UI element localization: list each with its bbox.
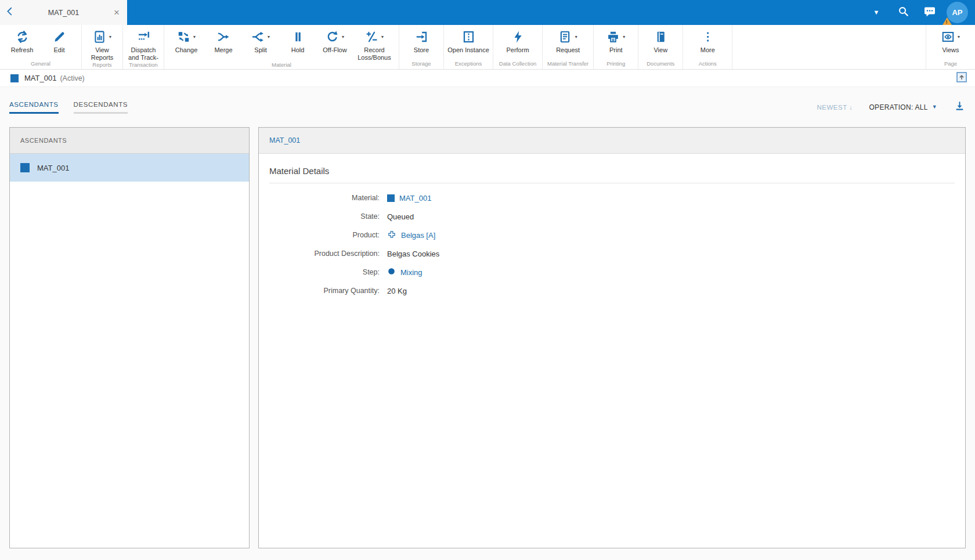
product-description-value: Belgas Cookies (387, 250, 439, 258)
document-tab[interactable]: MAT_001 × (0, 0, 127, 25)
tab-close-icon[interactable]: × (106, 7, 127, 19)
group-label: Material (164, 62, 399, 70)
edit-button[interactable]: Edit (41, 29, 78, 60)
chat-button[interactable] (916, 0, 943, 25)
group-label: Reports (82, 62, 122, 70)
book-icon (653, 30, 668, 44)
material-square-icon (20, 163, 30, 172)
chevron-down-icon: ▼ (932, 104, 937, 110)
view-documents-button[interactable]: View (642, 29, 679, 60)
split-icon (251, 30, 265, 44)
refresh-icon (15, 30, 30, 44)
list-controls: NEWEST ↓ OPERATION: ALL ▼ (817, 100, 966, 114)
toolbar-group-material: ▼ Change Merge ▼ Split Hold (164, 25, 399, 69)
ribbon-toolbar: Refresh Edit General ▼ View Reports Repo… (0, 25, 975, 70)
chevron-down-icon: ▼ (957, 35, 961, 39)
popout-icon (956, 72, 967, 85)
toolbar-group-general: Refresh Edit General (0, 25, 82, 69)
details-panel: MAT_001 Material Details Material: MAT_0… (258, 127, 966, 548)
field-step: Step: Mixing (269, 263, 955, 281)
tab-descendants[interactable]: DESCENDANTS (74, 101, 128, 114)
change-swap-icon (176, 30, 191, 44)
toolbar-group-documents: View Documents (638, 25, 683, 69)
view-reports-button[interactable]: ▼ View Reports (85, 29, 119, 62)
plus-minus-icon (364, 30, 379, 44)
sort-newest-button[interactable]: NEWEST ↓ (817, 104, 853, 111)
chat-icon (923, 5, 937, 21)
pause-icon (291, 30, 305, 44)
toolbar-group-printing: ▼ Print Printing (594, 25, 638, 69)
material-link[interactable]: MAT_001 (399, 194, 431, 203)
pencil-icon (52, 30, 67, 44)
merge-button[interactable]: Merge (205, 29, 242, 62)
ascendants-panel-header: ASCENDANTS (10, 128, 249, 154)
toolbar-group-data-collection: Perform Data Collection (493, 25, 543, 69)
group-label: Page (926, 60, 975, 69)
record-loss-bonus-button[interactable]: ▼ Record Loss/Bonus (353, 29, 395, 62)
download-button[interactable] (954, 100, 966, 114)
search-button[interactable] (890, 0, 916, 25)
field-product-description: Product Description: Belgas Cookies (269, 244, 955, 263)
chevron-down-icon: ▼ (622, 35, 626, 39)
toolbar-group-transaction: Dispatch and Track- Transaction (123, 25, 164, 69)
chevron-down-icon: ▼ (873, 9, 880, 16)
more-button[interactable]: More (687, 29, 728, 60)
toolbar-group-material-transfer: ▼ Request Material Transfer (543, 25, 594, 69)
store-in-icon (414, 30, 429, 44)
request-button[interactable]: ▼ Request (547, 29, 589, 60)
step-link[interactable]: Mixing (400, 268, 423, 277)
back-button[interactable] (0, 0, 21, 25)
step-circle-icon (387, 267, 396, 277)
group-label: Documents (638, 60, 682, 69)
popout-button[interactable] (956, 72, 967, 85)
operation-filter-dropdown[interactable]: OPERATION: ALL ▼ (869, 103, 937, 111)
toolbar-group-reports: ▼ View Reports Reports (82, 25, 123, 69)
chevron-down-icon: ▼ (381, 35, 385, 39)
store-button[interactable]: Store (403, 29, 440, 60)
sort-arrow-down-icon: ↓ (849, 104, 853, 111)
vertical-ellipsis-icon (700, 30, 715, 44)
chevron-down-icon: ▼ (109, 35, 113, 39)
printer-icon (606, 30, 620, 44)
tabs: ASCENDANTS DESCENDANTS (9, 101, 128, 114)
change-button[interactable]: ▼ Change (168, 29, 205, 62)
record-title-bar: MAT_001 (Active) (0, 70, 975, 87)
group-label: Material Transfer (543, 60, 593, 69)
perform-button[interactable]: Perform (497, 29, 539, 60)
off-flow-button[interactable]: ▼ Off-Flow (316, 29, 353, 62)
hold-button[interactable]: Hold (279, 29, 316, 62)
tab-title: MAT_001 (21, 9, 106, 17)
lightning-icon (511, 30, 525, 44)
split-button[interactable]: ▼ Split (242, 29, 279, 62)
view-tab-strip: ASCENDANTS DESCENDANTS NEWEST ↓ OPERATIO… (0, 87, 975, 127)
download-icon (954, 100, 966, 114)
open-instance-button[interactable]: Open Instance (447, 29, 489, 60)
group-label: Exceptions (444, 60, 493, 69)
toolbar-group-exceptions: Open Instance Exceptions (444, 25, 493, 69)
details-panel-body: Material Details Material: MAT_001 State… (259, 154, 965, 300)
chevron-down-icon: ▼ (193, 35, 197, 39)
avatar[interactable]: AP ! (947, 2, 968, 23)
views-button[interactable]: ▼ Views (930, 29, 972, 60)
material-square-icon (387, 194, 395, 202)
field-product: Product: Belgas [A] (269, 226, 955, 244)
undo-arrow-icon (325, 30, 340, 44)
topbar-dropdown-button[interactable]: ▼ (863, 0, 890, 25)
detail-fields: Material: MAT_001 State: Queued Product: (269, 183, 955, 300)
tab-ascendants[interactable]: ASCENDANTS (9, 101, 59, 114)
toolbar-group-storage: Store Storage (399, 25, 444, 69)
refresh-button[interactable]: Refresh (3, 29, 41, 60)
product-link[interactable]: Belgas [A] (401, 231, 435, 240)
group-label: Actions (683, 60, 732, 69)
search-icon (897, 5, 910, 20)
chevron-down-icon: ▼ (574, 35, 578, 39)
open-instance-icon (461, 30, 476, 44)
list-item-label: MAT_001 (37, 164, 69, 172)
print-button[interactable]: ▼ Print (597, 29, 634, 60)
list-item[interactable]: MAT_001 (10, 154, 249, 182)
toolbar-group-actions: More Actions (683, 25, 732, 69)
product-cross-icon (387, 230, 396, 241)
report-chart-icon (92, 30, 107, 44)
record-status: (Active) (60, 74, 84, 82)
dispatch-and-track-button[interactable]: Dispatch and Track- (127, 29, 160, 62)
